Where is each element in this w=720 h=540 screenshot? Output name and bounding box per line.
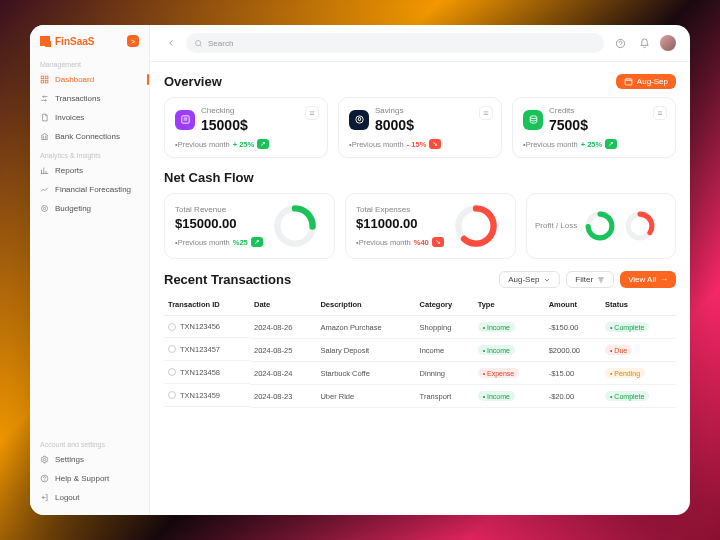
- row-radio[interactable]: [168, 323, 176, 331]
- grid-icon: [40, 75, 49, 84]
- bank-icon: [40, 132, 49, 141]
- delta-value: %40: [414, 238, 429, 247]
- row-radio[interactable]: [168, 368, 176, 376]
- brand-name: FinSaaS: [55, 36, 94, 47]
- type-pill: • Income: [478, 391, 515, 401]
- sidebar-item-bank[interactable]: Bank Connections: [30, 127, 149, 146]
- search-icon: [194, 39, 203, 48]
- nav-section-analytics: Analytics & Insights: [30, 150, 149, 161]
- compass-icon: [349, 110, 369, 130]
- cell-amount: -$15.00: [545, 362, 601, 385]
- prev-label: •Previous month: [523, 140, 578, 149]
- prev-label: •Previous month: [349, 140, 404, 149]
- transactions-header: Recent Transactions Aug-Sep Filter View …: [164, 271, 676, 288]
- swap-icon: [40, 94, 49, 103]
- cell-cat: Dinning: [416, 362, 474, 385]
- svg-point-9: [196, 40, 201, 45]
- card-menu-button[interactable]: ≡: [479, 106, 493, 120]
- back-button[interactable]: [164, 36, 178, 50]
- overview-header: Overview Aug-Sep: [164, 74, 676, 89]
- svg-rect-1: [45, 76, 48, 79]
- sidebar-item-label: Settings: [55, 455, 84, 464]
- brand: FinSaaS >: [30, 25, 149, 55]
- app-window: FinSaaS > Management Dashboard Transacti…: [30, 25, 690, 515]
- svg-point-14: [530, 116, 536, 119]
- cell-desc: Starbuck Coffe: [316, 362, 415, 385]
- trend-down-icon: ↘: [432, 237, 444, 247]
- filter-button[interactable]: Filter: [566, 271, 614, 288]
- view-all-button[interactable]: View All →: [620, 271, 676, 288]
- status-pill: • Pending: [605, 368, 645, 378]
- wallet-icon: [175, 110, 195, 130]
- period-selector[interactable]: Aug-Sep: [616, 74, 676, 89]
- card-value: 8000$: [375, 117, 414, 133]
- card-credits: ≡ Credits 7500$ •Previous month + 25% ↗: [512, 97, 676, 158]
- sidebar-item-reports[interactable]: Reports: [30, 161, 149, 180]
- card-revenue: Total Revenue $15000.00 •Previous month …: [164, 193, 335, 259]
- bell-icon[interactable]: [636, 35, 652, 51]
- avatar[interactable]: [660, 35, 676, 51]
- delta-value: + 25%: [581, 140, 602, 149]
- svg-rect-0: [41, 76, 44, 79]
- sidebar-item-help[interactable]: Help & Support: [30, 469, 149, 488]
- delta-value: + 25%: [233, 140, 254, 149]
- sidebar-item-label: Budgeting: [55, 204, 91, 213]
- cell-date: 2024-08-24: [250, 362, 316, 385]
- cashflow-title: Net Cash Flow: [164, 170, 254, 185]
- card-value: 7500$: [549, 117, 588, 133]
- nav-section-account: Account and settings: [30, 439, 149, 450]
- cell-id: TXN123456: [180, 322, 220, 331]
- transactions-table: Transaction ID Date Description Category…: [164, 294, 676, 408]
- row-radio[interactable]: [168, 345, 176, 353]
- card-menu-button[interactable]: ≡: [653, 106, 667, 120]
- sidebar-item-label: Invoices: [55, 113, 84, 122]
- help-top-icon[interactable]: [612, 35, 628, 51]
- col-amount: Amount: [545, 294, 601, 316]
- sidebar-item-invoices[interactable]: Invoices: [30, 108, 149, 127]
- svg-rect-3: [41, 80, 44, 83]
- row-radio[interactable]: [168, 391, 176, 399]
- trend-down-icon: ↘: [429, 139, 441, 149]
- svg-point-6: [43, 458, 45, 460]
- table-row[interactable]: TXN1234592024-08-23Uber RideTransport• I…: [164, 385, 676, 408]
- profit-donut-icon: [583, 209, 617, 243]
- overview-title: Overview: [164, 74, 222, 89]
- cell-cat: Income: [416, 339, 474, 362]
- card-menu-button[interactable]: ≡: [305, 106, 319, 120]
- gear-icon: [40, 455, 49, 464]
- sidebar-item-transactions[interactable]: Transactions: [30, 89, 149, 108]
- svg-point-10: [616, 39, 624, 47]
- cell-date: 2024-08-25: [250, 339, 316, 362]
- sidebar-item-forecasting[interactable]: Financial Forecasting: [30, 180, 149, 199]
- svg-point-5: [43, 207, 45, 209]
- sidebar-item-settings[interactable]: Settings: [30, 450, 149, 469]
- cell-desc: Amazon Purchase: [316, 316, 415, 339]
- status-pill: • Complete: [605, 322, 649, 332]
- brand-logo-icon: [40, 36, 50, 46]
- table-row[interactable]: TXN1234562024-08-26Amazon PurchaseShoppi…: [164, 316, 676, 339]
- prev-label: •Previous month: [175, 140, 230, 149]
- cashflow-cards: Total Revenue $15000.00 •Previous month …: [164, 193, 676, 259]
- col-date: Date: [250, 294, 316, 316]
- brand-collapse-button[interactable]: >: [127, 35, 139, 47]
- cell-amount: -$20.00: [545, 385, 601, 408]
- sidebar-item-dashboard[interactable]: Dashboard: [30, 70, 149, 89]
- document-icon: [40, 113, 49, 122]
- status-pill: • Due: [605, 345, 632, 355]
- delta-value: %25: [233, 238, 248, 247]
- card-expenses: Total Expenses $11000.00 •Previous month…: [345, 193, 516, 259]
- sidebar-item-label: Help & Support: [55, 474, 109, 483]
- svg-rect-2: [45, 80, 48, 83]
- delta-value: - 15%: [407, 140, 427, 149]
- col-cat: Category: [416, 294, 474, 316]
- table-row[interactable]: TXN1234572024-08-25Salary DepositIncome•…: [164, 339, 676, 362]
- tx-period-selector[interactable]: Aug-Sep: [499, 271, 560, 288]
- status-pill: • Complete: [605, 391, 649, 401]
- sidebar-item-budgeting[interactable]: Budgeting: [30, 199, 149, 218]
- cell-cat: Shopping: [416, 316, 474, 339]
- search-input[interactable]: Search: [186, 33, 604, 53]
- help-icon: [40, 474, 49, 483]
- table-row[interactable]: TXN1234582024-08-24Starbuck CoffeDinning…: [164, 362, 676, 385]
- sidebar-item-logout[interactable]: Logout: [30, 488, 149, 507]
- nav-section-management: Management: [30, 59, 149, 70]
